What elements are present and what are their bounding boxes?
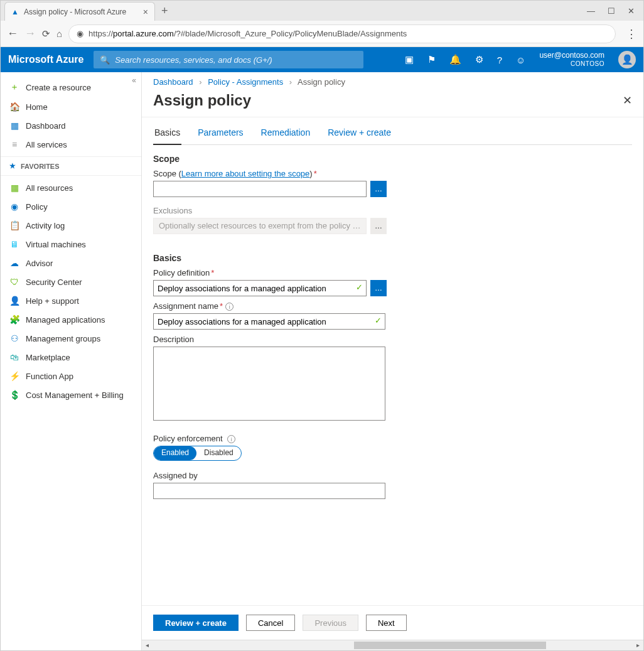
enforcement-toggle[interactable]: Enabled Disabled	[153, 446, 242, 461]
address-bar[interactable]: ◉ https://portal.azure.com/?#blade/Micro…	[68, 24, 616, 43]
nav-forward-icon[interactable]: →	[24, 27, 36, 40]
scroll-thumb[interactable]	[354, 642, 546, 649]
policy-definition-label: Policy definition*	[153, 268, 632, 277]
breadcrumb-policy[interactable]: Policy - Assignments	[208, 77, 283, 87]
basics-section-title: Basics	[153, 253, 632, 263]
sidebar-all-resources[interactable]: ▦All resources	[1, 178, 141, 197]
exclusions-label: Exclusions	[153, 206, 632, 215]
scroll-track[interactable]	[153, 640, 633, 650]
sidebar-marketplace[interactable]: 🛍Marketplace	[1, 348, 141, 367]
tab-basics[interactable]: Basics	[153, 121, 181, 145]
sidebar-item-label: Create a resource	[26, 83, 91, 92]
policy-icon: ◉	[9, 202, 19, 212]
description-label: Description	[153, 335, 632, 344]
sidebar-home[interactable]: 🏠Home	[1, 97, 141, 116]
azure-top-bar: Microsoft Azure 🔍 Search resources, serv…	[1, 47, 643, 72]
policy-enforcement-label: Policy enforcement i	[153, 434, 632, 443]
directory-filter-icon[interactable]: ⚑	[427, 54, 436, 65]
site-info-icon[interactable]: ◉	[77, 29, 83, 38]
sidebar: « ＋Create a resource 🏠Home ▦Dashboard ≡A…	[1, 72, 142, 650]
info-icon[interactable]: i	[225, 303, 233, 311]
close-window-icon[interactable]: ✕	[628, 6, 635, 16]
browser-home-icon[interactable]: ⌂	[56, 28, 62, 39]
dashboard-icon: ▦	[9, 121, 19, 131]
sidebar-activity-log[interactable]: 📋Activity log	[1, 216, 141, 235]
sidebar-item-label: All resources	[26, 183, 73, 193]
previous-button: Previous	[303, 615, 358, 631]
tab-remediation[interactable]: Remediation	[260, 121, 312, 144]
assignment-name-input[interactable]	[153, 313, 385, 330]
minimize-icon[interactable]: ―	[587, 6, 595, 16]
sidebar-advisor[interactable]: ☁Advisor	[1, 254, 141, 272]
sidebar-item-label: Managed applications	[26, 315, 105, 325]
global-search[interactable]: 🔍 Search resources, services, and docs (…	[94, 51, 363, 68]
tab-parameters[interactable]: Parameters	[196, 121, 244, 144]
notifications-icon[interactable]: 🔔	[449, 54, 461, 65]
azure-logo[interactable]: Microsoft Azure	[8, 54, 83, 65]
settings-icon[interactable]: ⚙	[475, 54, 483, 65]
toggle-enabled[interactable]: Enabled	[154, 446, 196, 460]
exclusions-input: Optionally select resources to exempt fr…	[153, 218, 367, 234]
toggle-disabled[interactable]: Disabled	[196, 446, 241, 460]
scroll-left-icon[interactable]: ◂	[142, 640, 153, 650]
search-placeholder: Search resources, services, and docs (G+…	[115, 55, 272, 65]
sidebar-mgmt-groups[interactable]: ⚇Management groups	[1, 329, 141, 348]
scope-input[interactable]	[153, 181, 367, 197]
window-controls: ― ☐ ✕	[587, 6, 643, 16]
close-blade-icon[interactable]: ✕	[623, 94, 632, 107]
marketplace-icon: 🛍	[9, 352, 19, 362]
browser-tab[interactable]: ▲ Assign policy - Microsoft Azure ×	[4, 2, 155, 21]
horizontal-scrollbar[interactable]: ◂ ▸	[142, 640, 643, 650]
next-button[interactable]: Next	[366, 615, 407, 631]
sidebar-managed-apps[interactable]: 🧩Managed applications	[1, 310, 141, 329]
policy-definition-input[interactable]	[153, 280, 367, 296]
assigned-by-input[interactable]	[153, 483, 385, 499]
scroll-right-icon[interactable]: ▸	[633, 640, 643, 650]
sidebar-all-services[interactable]: ≡All services	[1, 135, 141, 154]
tab-close-icon[interactable]: ×	[143, 7, 148, 17]
maximize-icon[interactable]: ☐	[608, 6, 615, 16]
sidebar-security-center[interactable]: 🛡Security Center	[1, 272, 141, 291]
review-create-button[interactable]: Review + create	[153, 615, 239, 631]
cancel-button[interactable]: Cancel	[246, 615, 295, 631]
avatar-icon[interactable]: 👤	[618, 51, 636, 68]
scope-learn-more-link[interactable]: Learn more about setting the scope	[181, 169, 310, 178]
user-account[interactable]: user@contoso.com CONTOSO	[539, 51, 604, 68]
sidebar-help-support[interactable]: 👤Help + support	[1, 291, 141, 310]
sidebar-function-app[interactable]: ⚡Function App	[1, 367, 141, 385]
azure-favicon-icon: ▲	[11, 8, 19, 16]
managed-apps-icon: 🧩	[9, 315, 19, 325]
exclusions-picker-button[interactable]: …	[370, 218, 387, 234]
sidebar-item-label: Marketplace	[26, 353, 70, 362]
new-tab-button[interactable]: +	[161, 4, 168, 18]
help-icon[interactable]: ?	[497, 55, 502, 65]
info-icon[interactable]: i	[227, 435, 235, 443]
support-icon: 👤	[9, 296, 19, 306]
breadcrumb-dashboard[interactable]: Dashboard	[153, 77, 193, 87]
sidebar-create-resource[interactable]: ＋Create a resource	[1, 77, 141, 97]
list-icon: ≡	[9, 139, 19, 149]
tab-review[interactable]: Review + create	[326, 121, 392, 144]
star-icon: ★	[9, 162, 16, 170]
footer-actions: Review + create Cancel Previous Next	[142, 605, 643, 640]
sidebar-cost-mgmt[interactable]: 💲Cost Management + Billing	[1, 385, 141, 404]
policy-definition-picker-button[interactable]: …	[370, 280, 387, 296]
sidebar-dashboard[interactable]: ▦Dashboard	[1, 116, 141, 135]
description-textarea[interactable]	[153, 347, 385, 421]
home-icon: 🏠	[9, 102, 19, 112]
vm-icon: 🖥	[9, 239, 19, 249]
cloud-shell-icon[interactable]: ▣	[405, 54, 414, 65]
user-tenant: CONTOSO	[539, 60, 604, 68]
user-email: user@contoso.com	[539, 51, 604, 60]
sidebar-policy[interactable]: ◉Policy	[1, 197, 141, 216]
scope-picker-button[interactable]: …	[370, 181, 387, 197]
main-blade: Dashboard › Policy - Assignments › Assig…	[142, 72, 643, 650]
collapse-sidebar-icon[interactable]: «	[132, 76, 136, 85]
sidebar-virtual-machines[interactable]: 🖥Virtual machines	[1, 235, 141, 254]
advisor-icon: ☁	[9, 258, 19, 268]
feedback-icon[interactable]: ☺	[516, 55, 525, 65]
reload-icon[interactable]: ⟳	[42, 28, 50, 40]
browser-menu-icon[interactable]: ⋮	[626, 27, 637, 41]
nav-back-icon[interactable]: ←	[7, 27, 18, 40]
mgmt-groups-icon: ⚇	[9, 333, 19, 343]
